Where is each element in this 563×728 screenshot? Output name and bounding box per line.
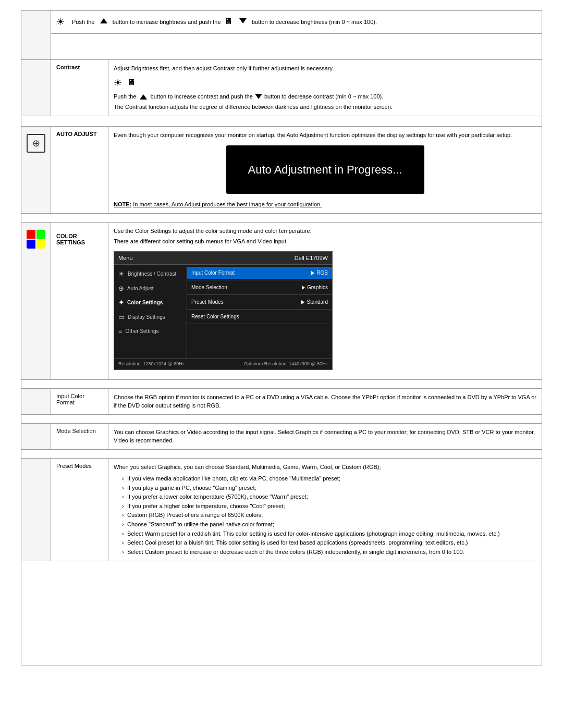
osd-item-input-color-format[interactable]: Input Color Format RGB <box>187 267 332 279</box>
brightness-icon-cell <box>21 11 51 60</box>
bullet-item-4: If you prefer a higher color temperature… <box>127 503 285 509</box>
input-color-format-text: Choose the RGB option if monitor is conn… <box>114 394 536 409</box>
osd-value-graphics: Graphics <box>307 283 328 291</box>
osd-value-standard: Standard <box>307 298 328 306</box>
auto-adjust-box-text: Auto Adjustment in Progress... <box>248 163 402 176</box>
mode-selection-content: You can choose Graphics or Video accordi… <box>108 423 542 449</box>
list-item: If you prefer a higher color temperature… <box>122 502 536 511</box>
color-settings-label: COLOR SETTINGS <box>56 233 85 245</box>
osd-arrow-graphics <box>302 286 305 290</box>
auto-adjust-icon-cell: ⊕ <box>21 126 51 213</box>
osd-item-mode-selection[interactable]: Mode Selection Graphics <box>187 281 332 293</box>
preset-modes-intro: When you select Graphics, you can choose… <box>114 463 536 472</box>
list-item: Select Warm preset for a reddish tint. T… <box>122 529 536 539</box>
monitor-icon: 🖥 <box>224 17 232 26</box>
osd-item-reset-label: Reset Color Settings <box>191 313 239 320</box>
osd-item-mode-label: Mode Selection <box>191 283 227 291</box>
list-item: Select Cool preset for a bluish tint. Th… <box>122 538 536 548</box>
input-color-format-label: Input Color Format <box>56 393 84 405</box>
mode-selection-label-cell: Mode Selection <box>51 423 108 449</box>
osd-divider-3 <box>187 309 332 310</box>
auto-adjust-description: Even though your computer recognizes you… <box>114 131 536 140</box>
brightness-spacer <box>51 34 542 60</box>
preset-modes-label-cell: Preset Modes <box>51 458 108 561</box>
color-settings-content: Use the Color Settings to adjust the col… <box>108 222 542 379</box>
auto-adjust-icon: ⊕ <box>27 134 45 153</box>
bullet-item-3: If you prefer a lower color temperature … <box>127 493 308 500</box>
bullet-item-7: Select Warm preset for a reddish tint. T… <box>127 530 500 537</box>
osd-item-preset-modes[interactable]: Preset Modes Standard <box>187 296 332 308</box>
osd-header-menu: Menu <box>118 254 133 263</box>
osd-item-colorsettings[interactable]: ✦ Color Settings <box>114 295 187 310</box>
osd-footer: Resolution: 1280x1024 @ 60Hz Optimum Res… <box>114 359 332 369</box>
osd-item-other[interactable]: ≡ Other Settings <box>114 324 187 339</box>
osd-footer-left: Resolution: 1280x1024 @ 60Hz <box>118 361 185 368</box>
osd-value-rgb: RGB <box>316 269 328 277</box>
osd-icon-other: ≡ <box>118 326 123 337</box>
mode-selection-icon-cell <box>21 423 51 449</box>
preset-modes-list: If you view media application like photo… <box>122 474 536 557</box>
input-color-format-content: Choose the RGB option if monitor is conn… <box>108 388 542 414</box>
osd-divider-1 <box>187 280 332 280</box>
contrast-increase-text: button to increase contrast and push the <box>151 92 253 101</box>
osd-item-input-value-group: RGB <box>311 269 328 277</box>
contrast-line3: The Contrast function adjusts the degree… <box>114 103 536 112</box>
osd-item-brightness[interactable]: ☀ Brightness / Contrast <box>114 267 187 281</box>
osd-divider-4 <box>187 324 332 324</box>
osd-label-display: Display Settings <box>128 313 165 321</box>
contrast-monitor-icon: 🖥 <box>127 76 136 89</box>
color-red <box>27 230 35 239</box>
bullet-item-9: Select Custom preset to increase or decr… <box>127 549 464 555</box>
mode-spacer <box>21 449 542 458</box>
contrast-label: Contrast <box>51 60 108 116</box>
note-body-text: In most cases, Auto Adjust produces the … <box>133 201 322 207</box>
osd-item-preset-label: Preset Modes <box>191 298 224 306</box>
color-settings-icon-cell <box>21 222 51 379</box>
note-label: NOTE: <box>114 201 131 207</box>
list-item: If you play a game in PC, choose "Gaming… <box>122 484 536 493</box>
osd-item-autoadjust[interactable]: ⊕ Auto Adjust <box>114 281 187 296</box>
note-prefix-text: NOTE: <box>114 201 131 207</box>
down-arrow-icon <box>239 18 247 23</box>
contrast-label-text: Contrast <box>56 64 80 70</box>
list-item: Select Custom preset to increase or decr… <box>122 548 536 557</box>
contrast-down-arrow <box>255 94 262 99</box>
osd-label-other: Other Settings <box>126 327 159 335</box>
list-item: Choose "Standard" to utilize the panel n… <box>122 520 536 529</box>
auto-adjust-box: Auto Adjustment in Progress... <box>226 145 424 194</box>
auto-adjust-content: Even though your computer recognizes you… <box>108 126 542 213</box>
contrast-spacer <box>21 116 542 126</box>
osd-item-display[interactable]: ▭ Display Settings <box>114 310 187 325</box>
color-settings-line2: There are different color setting sub-me… <box>114 237 536 246</box>
osd-menu: Menu Dell E1709W ☀ Brightness / Contrast… <box>114 251 333 370</box>
bullet-item-6: Choose "Standard" to utilize the panel n… <box>127 521 274 527</box>
osd-label-colorsettings: Color Settings <box>127 299 163 306</box>
brightness-top-content: ☀ Push the button to increase brightness… <box>51 11 542 34</box>
contrast-decrease-text: button to decrease contrast (min 0 ~ max… <box>264 92 383 101</box>
osd-item-input-label: Input Color Format <box>191 269 235 277</box>
osd-icon-display: ▭ <box>118 312 125 323</box>
auto-adjust-spacer <box>21 213 542 222</box>
osd-item-mode-value-group: Graphics <box>302 283 328 291</box>
up-arrow-icon <box>100 18 107 23</box>
osd-icon-autoadjust: ⊕ <box>118 283 124 294</box>
osd-label-autoadjust: Auto Adjust <box>127 285 154 292</box>
osd-item-reset-color[interactable]: Reset Color Settings <box>187 311 332 323</box>
osd-icon-brightness: ☀ <box>118 269 125 279</box>
osd-header-model: Dell E1709W <box>295 254 328 263</box>
osd-arrow-rgb <box>311 271 314 275</box>
color-settings-line1: Use the Color Settings to adjust the col… <box>114 227 536 236</box>
input-color-format-icon-cell <box>21 388 51 414</box>
brightness-description: Push the button to increase brightness a… <box>72 15 377 28</box>
bullet-item-8: Select Cool preset for a bluish tint. Th… <box>127 539 468 546</box>
input-color-format-label-cell: Input Color Format <box>51 388 108 414</box>
bottom-spacer <box>21 561 542 665</box>
contrast-line1: Adjust Brightness first, and then adjust… <box>114 64 536 73</box>
osd-header: Menu Dell E1709W <box>114 252 332 265</box>
color-settings-spacer <box>21 379 542 388</box>
input-spacer <box>21 414 542 423</box>
osd-item-preset-value-group: Standard <box>301 298 328 306</box>
color-blue <box>27 240 35 249</box>
osd-empty-space <box>187 325 332 356</box>
color-settings-label-cell: COLOR SETTINGS <box>51 222 108 379</box>
